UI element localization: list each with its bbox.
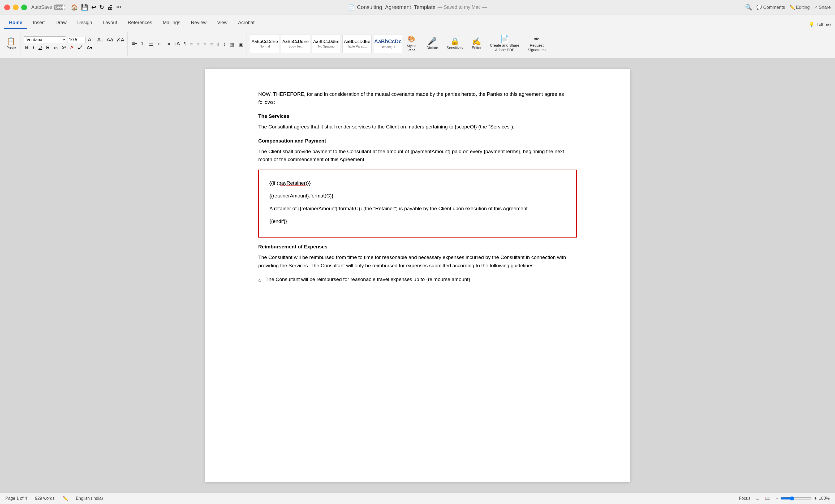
undo-icon[interactable]: ↩: [91, 4, 96, 11]
decrease-indent-button[interactable]: ⇤: [156, 40, 163, 47]
search-icon[interactable]: 🔍: [745, 4, 752, 11]
tab-design[interactable]: Design: [73, 17, 97, 29]
decrease-font-button[interactable]: A↓: [96, 36, 104, 43]
align-left-button[interactable]: ≡: [189, 41, 194, 48]
line-spacing-button[interactable]: ↕: [222, 41, 227, 48]
multilevel-list-button[interactable]: ☰: [148, 40, 155, 47]
tab-review[interactable]: Review: [186, 17, 211, 29]
justify-button[interactable]: ≡: [209, 41, 215, 48]
comments-button[interactable]: 💬 Comments: [756, 4, 785, 10]
home-icon[interactable]: 🏠: [70, 4, 78, 11]
view-normal-icon[interactable]: ▭: [756, 496, 760, 501]
bullet-symbol: ○: [258, 277, 261, 284]
font-family-select[interactable]: Verdana: [24, 36, 66, 43]
tab-mailings[interactable]: Mailings: [158, 17, 185, 29]
tab-insert[interactable]: Insert: [28, 17, 49, 29]
reimbursement-paragraph: The Consultant will be reimbursed from t…: [258, 254, 577, 270]
sort-button[interactable]: ↕A: [173, 40, 181, 47]
tab-draw[interactable]: Draw: [51, 17, 72, 29]
bullets-button[interactable]: ≡•: [131, 40, 138, 47]
style-no-spacing[interactable]: AaBbCcDdEe No Spacing: [311, 34, 341, 53]
document-area: NOW, THEREFORE, for and in consideration…: [0, 58, 835, 492]
case-button[interactable]: Aa: [106, 36, 114, 43]
subscript-button[interactable]: x₂: [52, 44, 59, 52]
style-table-para[interactable]: AaBbCcDdEe Table Parag...: [342, 34, 372, 53]
underline-button[interactable]: U: [37, 44, 43, 51]
share-button[interactable]: ↗ Share: [814, 4, 831, 10]
paste-button[interactable]: 📋 Paste: [4, 37, 18, 51]
editing-icon: ✏️: [789, 4, 795, 10]
language-label[interactable]: English (India): [76, 496, 103, 501]
editor-button[interactable]: ✍ Editor: [470, 37, 484, 51]
clear-format-button[interactable]: ✗A: [115, 36, 125, 43]
align-center-button[interactable]: ≡: [195, 41, 201, 48]
save-icon[interactable]: 💾: [81, 4, 88, 11]
autosave-control: AutoSave OFF: [31, 4, 65, 11]
style-heading1-label: Heading 1: [381, 45, 395, 49]
maximize-button[interactable]: [21, 4, 27, 11]
title-bar: AutoSave OFF 🏠 💾 ↩ ↻ 🖨 ••• 📄 Consulting_…: [0, 0, 835, 15]
show-hide-button[interactable]: ¶: [183, 40, 188, 47]
sensitivity-button[interactable]: 🔒 Sensitivity: [444, 37, 465, 51]
request-sig-label: RequestSignatures: [528, 43, 546, 52]
minimize-button[interactable]: [13, 4, 19, 11]
payment-amount-var: {paymentAmount}: [411, 149, 451, 154]
tab-acrobat[interactable]: Acrobat: [233, 17, 259, 29]
column-break-button[interactable]: ⫿: [216, 41, 221, 48]
share-icon: ↗: [814, 4, 818, 10]
document-page[interactable]: NOW, THEREFORE, for and in consideration…: [205, 69, 630, 482]
numbering-button[interactable]: 1.: [140, 40, 146, 47]
editing-button[interactable]: ✏️ Editing: [789, 4, 810, 10]
style-normal[interactable]: AaBbCcDdEe Normal: [250, 34, 279, 53]
styles-pane-button[interactable]: 🎨 StylesPane: [404, 34, 419, 53]
proofing-icon[interactable]: ✏️: [63, 496, 68, 501]
retainer-amount-var-1: retainerAmount: [273, 193, 307, 199]
increase-indent-button[interactable]: ⇥: [165, 40, 171, 47]
dictate-button[interactable]: 🎤 Dictate: [424, 37, 440, 51]
request-signatures-button[interactable]: ✒ RequestSignatures: [526, 34, 548, 53]
styles-pane-label: StylesPane: [407, 44, 416, 52]
zoom-slider[interactable]: [780, 496, 812, 501]
shading-button[interactable]: ▧: [228, 41, 236, 48]
more-icon[interactable]: •••: [116, 4, 121, 10]
bold-button[interactable]: B: [24, 44, 30, 51]
compensation-heading: Compensation and Payment: [258, 137, 577, 145]
zoom-in-icon[interactable]: +: [814, 496, 817, 501]
align-right-button[interactable]: ≡: [202, 41, 207, 48]
ribbon: 📋 Paste Verdana A↑ A↓ Aa ✗A B I U S x₂: [0, 29, 835, 58]
print-icon[interactable]: 🖨: [107, 4, 113, 11]
paragraph-section: ≡• 1. ☰ ⇤ ⇥ ↕A ¶ ≡ ≡ ≡ ≡ ⫿ ↕ ▧ ▣: [129, 32, 247, 56]
zoom-out-icon[interactable]: −: [776, 496, 778, 501]
superscript-button[interactable]: x²: [61, 44, 68, 51]
focus-button[interactable]: Focus: [739, 496, 751, 501]
tab-home[interactable]: Home: [4, 17, 27, 29]
font-size-input[interactable]: [67, 37, 86, 43]
italic-button[interactable]: I: [31, 44, 36, 51]
close-button[interactable]: [4, 4, 10, 11]
tab-layout[interactable]: Layout: [98, 17, 122, 29]
editor-label: Editor: [472, 46, 482, 50]
increase-font-button[interactable]: A↑: [87, 36, 95, 43]
font-color-button[interactable]: A: [69, 44, 75, 51]
highlight-button[interactable]: 🖍: [76, 44, 84, 51]
borders-button[interactable]: ▣: [237, 41, 244, 48]
sensitivity-label: Sensitivity: [446, 46, 463, 50]
tab-view[interactable]: View: [212, 17, 232, 29]
zoom-percent[interactable]: 180%: [819, 496, 830, 501]
tab-references[interactable]: References: [123, 17, 157, 29]
tell-me-button[interactable]: 💡 Tell me: [809, 22, 831, 29]
style-nospacing-label: No Spacing: [318, 45, 334, 48]
view-read-icon[interactable]: 📖: [765, 496, 770, 501]
paste-icon: 📋: [6, 38, 16, 45]
signature-icon: ✒: [534, 35, 540, 43]
scope-of-var: {scopeOf}: [455, 124, 477, 129]
autosave-toggle[interactable]: OFF: [54, 4, 65, 11]
strikethrough-button[interactable]: S: [45, 44, 51, 51]
redo-icon[interactable]: ↻: [99, 4, 104, 11]
style-heading1[interactable]: AaBbCcDc Heading 1: [373, 34, 402, 53]
create-share-pdf-button[interactable]: 📄 Create and ShareAdobe PDF: [488, 34, 522, 53]
style-body-text[interactable]: AaBbCcDdEe Body Text: [281, 34, 310, 53]
text-color-button[interactable]: A▾: [85, 44, 94, 52]
create-share-label: Create and ShareAdobe PDF: [490, 43, 520, 52]
style-tablepara-label: Table Parag...: [347, 45, 367, 48]
